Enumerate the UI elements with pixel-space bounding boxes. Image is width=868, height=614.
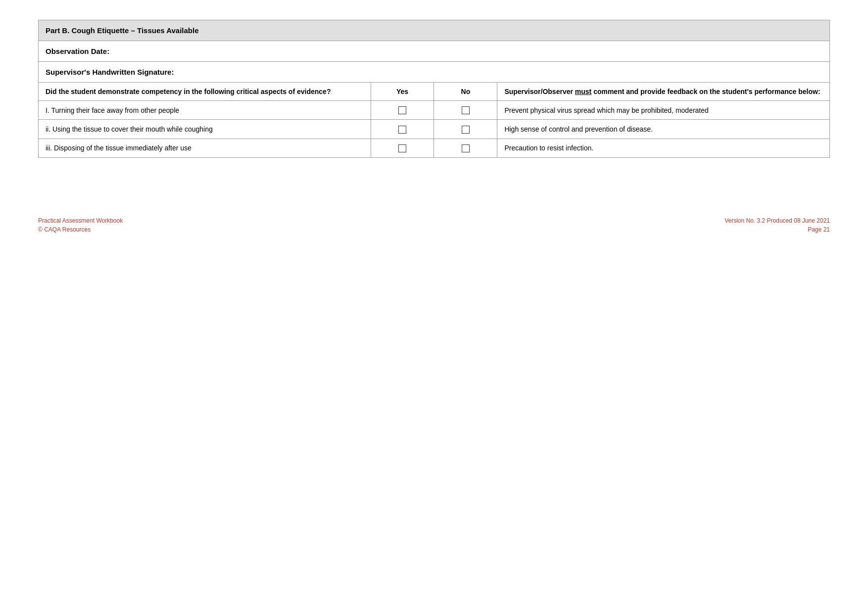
item-ii-yes-checkbox[interactable] bbox=[371, 120, 434, 139]
no-col-header: No bbox=[434, 83, 497, 101]
main-table: Part B. Cough Etiquette – Tissues Availa… bbox=[38, 20, 830, 158]
feedback-col-header: Supervisor/Observer must comment and pro… bbox=[497, 83, 830, 101]
item-ii-label: ii. Using the tissue to cover their mout… bbox=[39, 120, 371, 139]
yes-col-header: Yes bbox=[371, 83, 434, 101]
footer-workbook-label: Practical Assessment Workbook bbox=[38, 217, 123, 224]
footer-left: Practical Assessment Workbook © CAQA Res… bbox=[38, 217, 123, 233]
must-underline: must bbox=[575, 88, 591, 95]
evidence-col-header: Did the student demonstrate competency i… bbox=[39, 83, 371, 101]
observation-date-row: Observation Date: bbox=[39, 41, 830, 62]
item-i-feedback: Prevent physical virus spread which may … bbox=[497, 101, 830, 120]
checkbox-icon[interactable] bbox=[398, 106, 406, 114]
checkbox-icon[interactable] bbox=[462, 106, 470, 114]
item-ii-no-checkbox[interactable] bbox=[434, 120, 497, 139]
item-iii-label: iii. Disposing of the tissue immediately… bbox=[39, 139, 371, 157]
item-iii-no-checkbox[interactable] bbox=[434, 139, 497, 157]
column-headers-row: Did the student demonstrate competency i… bbox=[39, 83, 830, 101]
page-wrapper: Part B. Cough Etiquette – Tissues Availa… bbox=[38, 20, 830, 233]
supervisor-signature-label: Supervisor's Handwritten Signature: bbox=[39, 62, 830, 83]
table-row: iii. Disposing of the tissue immediately… bbox=[39, 139, 830, 157]
item-i-label: I. Turning their face away from other pe… bbox=[39, 101, 371, 120]
item-iii-feedback: Precaution to resist infection. bbox=[497, 139, 830, 157]
checkbox-icon[interactable] bbox=[398, 144, 406, 152]
table-row: I. Turning their face away from other pe… bbox=[39, 101, 830, 120]
footer-version-label: Version No. 3.2 Produced 08 June 2021 bbox=[724, 217, 830, 224]
supervisor-signature-row: Supervisor's Handwritten Signature: bbox=[39, 62, 830, 83]
part-b-title: Part B. Cough Etiquette – Tissues Availa… bbox=[39, 20, 830, 41]
table-row: ii. Using the tissue to cover their mout… bbox=[39, 120, 830, 139]
footer-right: Version No. 3.2 Produced 08 June 2021 Pa… bbox=[724, 217, 830, 233]
checkbox-icon[interactable] bbox=[398, 126, 406, 134]
footer-copyright-label: © CAQA Resources bbox=[38, 226, 123, 233]
item-i-yes-checkbox[interactable] bbox=[371, 101, 434, 120]
checkbox-icon[interactable] bbox=[462, 126, 470, 134]
page-footer: Practical Assessment Workbook © CAQA Res… bbox=[38, 217, 830, 233]
item-iii-yes-checkbox[interactable] bbox=[371, 139, 434, 157]
footer-page-label: Page 21 bbox=[808, 226, 830, 233]
part-b-header-row: Part B. Cough Etiquette – Tissues Availa… bbox=[39, 20, 830, 41]
checkbox-icon[interactable] bbox=[462, 144, 470, 152]
observation-date-label: Observation Date: bbox=[39, 41, 830, 62]
item-i-no-checkbox[interactable] bbox=[434, 101, 497, 120]
item-ii-feedback: High sense of control and prevention of … bbox=[497, 120, 830, 139]
